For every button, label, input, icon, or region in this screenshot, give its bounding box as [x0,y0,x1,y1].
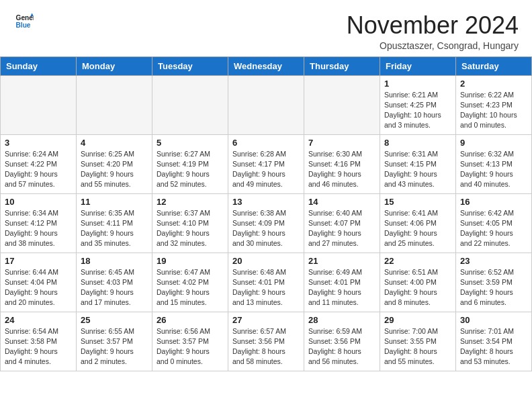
calendar-day-cell: 27Sunrise: 6:57 AM Sunset: 3:56 PM Dayli… [228,312,304,371]
calendar-day-cell: 24Sunrise: 6:54 AM Sunset: 3:58 PM Dayli… [1,312,77,371]
calendar-day-cell: 28Sunrise: 6:59 AM Sunset: 3:56 PM Dayli… [304,312,380,371]
day-number: 15 [384,197,451,207]
calendar-day-cell: 11Sunrise: 6:35 AM Sunset: 4:11 PM Dayli… [77,193,152,253]
day-number: 20 [232,256,300,266]
day-number: 27 [232,315,300,325]
calendar-day-cell: 25Sunrise: 6:55 AM Sunset: 3:57 PM Dayli… [77,312,152,371]
day-of-week-header: Monday [77,56,152,75]
day-number: 6 [232,138,300,148]
calendar-day-cell [228,75,304,134]
calendar-day-cell: 17Sunrise: 6:44 AM Sunset: 4:04 PM Dayli… [1,253,77,312]
day-number: 5 [157,138,224,148]
day-number: 4 [81,138,148,148]
day-number: 12 [157,197,224,207]
day-of-week-header: Wednesday [228,56,304,75]
day-detail: Sunrise: 6:49 AM Sunset: 4:01 PM Dayligh… [308,267,375,308]
day-of-week-header: Sunday [1,56,77,75]
day-number: 25 [81,315,148,325]
calendar-day-cell: 4Sunrise: 6:25 AM Sunset: 4:20 PM Daylig… [77,134,152,193]
day-number: 9 [460,138,527,148]
day-number: 1 [384,79,451,89]
day-detail: Sunrise: 6:42 AM Sunset: 4:05 PM Dayligh… [460,208,527,249]
day-detail: Sunrise: 7:00 AM Sunset: 3:55 PM Dayligh… [384,326,451,367]
day-detail: Sunrise: 6:32 AM Sunset: 4:13 PM Dayligh… [460,149,527,190]
day-detail: Sunrise: 6:28 AM Sunset: 4:17 PM Dayligh… [232,149,300,190]
logo: General Blue [13,12,34,34]
location: Opusztaszer, Csongrad, Hungary [347,40,519,51]
calendar-day-cell: 26Sunrise: 6:56 AM Sunset: 3:57 PM Dayli… [152,312,228,371]
day-detail: Sunrise: 6:21 AM Sunset: 4:25 PM Dayligh… [384,90,451,131]
day-detail: Sunrise: 6:41 AM Sunset: 4:06 PM Dayligh… [384,208,451,249]
day-number: 2 [460,79,527,89]
calendar-day-cell: 8Sunrise: 6:31 AM Sunset: 4:15 PM Daylig… [380,134,456,193]
day-detail: Sunrise: 6:59 AM Sunset: 3:56 PM Dayligh… [308,326,375,367]
day-of-week-header: Friday [380,56,456,75]
calendar-week-row: 17Sunrise: 6:44 AM Sunset: 4:04 PM Dayli… [1,253,532,312]
day-number: 28 [308,315,375,325]
day-detail: Sunrise: 6:31 AM Sunset: 4:15 PM Dayligh… [384,149,451,190]
day-number: 30 [460,315,527,325]
calendar-day-cell: 1Sunrise: 6:21 AM Sunset: 4:25 PM Daylig… [380,75,456,134]
calendar-day-cell: 29Sunrise: 7:00 AM Sunset: 3:55 PM Dayli… [380,312,456,371]
day-number: 22 [384,256,451,266]
calendar-day-cell [1,75,77,134]
day-detail: Sunrise: 6:47 AM Sunset: 4:02 PM Dayligh… [157,267,224,308]
svg-text:Blue: Blue [16,21,31,29]
calendar-day-cell: 15Sunrise: 6:41 AM Sunset: 4:06 PM Dayli… [380,193,456,253]
month-title: November 2024 [347,12,519,39]
day-detail: Sunrise: 6:54 AM Sunset: 3:58 PM Dayligh… [5,326,72,367]
calendar-week-row: 10Sunrise: 6:34 AM Sunset: 4:12 PM Dayli… [1,193,532,253]
day-number: 13 [232,197,300,207]
calendar-day-cell: 9Sunrise: 6:32 AM Sunset: 4:13 PM Daylig… [456,134,532,193]
day-number: 14 [308,197,375,207]
day-number: 3 [5,138,72,148]
calendar-header: General Blue November 2024 Opusztaszer, … [0,0,532,56]
day-detail: Sunrise: 6:52 AM Sunset: 3:59 PM Dayligh… [460,267,527,308]
day-detail: Sunrise: 6:48 AM Sunset: 4:01 PM Dayligh… [232,267,300,308]
calendar-day-cell: 22Sunrise: 6:51 AM Sunset: 4:00 PM Dayli… [380,253,456,312]
calendar-week-row: 24Sunrise: 6:54 AM Sunset: 3:58 PM Dayli… [1,312,532,371]
calendar-day-cell: 10Sunrise: 6:34 AM Sunset: 4:12 PM Dayli… [1,193,77,253]
day-number: 8 [384,138,451,148]
calendar-day-cell: 6Sunrise: 6:28 AM Sunset: 4:17 PM Daylig… [228,134,304,193]
day-detail: Sunrise: 6:57 AM Sunset: 3:56 PM Dayligh… [232,326,300,367]
day-number: 23 [460,256,527,266]
day-detail: Sunrise: 7:01 AM Sunset: 3:54 PM Dayligh… [460,326,527,367]
calendar-day-cell: 14Sunrise: 6:40 AM Sunset: 4:07 PM Dayli… [304,193,380,253]
calendar-day-cell: 5Sunrise: 6:27 AM Sunset: 4:19 PM Daylig… [152,134,228,193]
calendar-week-row: 1Sunrise: 6:21 AM Sunset: 4:25 PM Daylig… [1,75,532,134]
day-number: 21 [308,256,375,266]
day-number: 18 [81,256,148,266]
calendar-header-row: SundayMondayTuesdayWednesdayThursdayFrid… [1,56,532,75]
day-of-week-header: Thursday [304,56,380,75]
day-detail: Sunrise: 6:35 AM Sunset: 4:11 PM Dayligh… [81,208,148,249]
calendar-week-row: 3Sunrise: 6:24 AM Sunset: 4:22 PM Daylig… [1,134,532,193]
day-number: 16 [460,197,527,207]
calendar-day-cell [304,75,380,134]
calendar-day-cell: 13Sunrise: 6:38 AM Sunset: 4:09 PM Dayli… [228,193,304,253]
calendar-day-cell: 23Sunrise: 6:52 AM Sunset: 3:59 PM Dayli… [456,253,532,312]
calendar-day-cell: 3Sunrise: 6:24 AM Sunset: 4:22 PM Daylig… [1,134,77,193]
calendar-day-cell: 30Sunrise: 7:01 AM Sunset: 3:54 PM Dayli… [456,312,532,371]
title-block: November 2024 Opusztaszer, Csongrad, Hun… [347,12,519,51]
day-number: 19 [157,256,224,266]
calendar-body: 1Sunrise: 6:21 AM Sunset: 4:25 PM Daylig… [1,75,532,371]
calendar-day-cell: 19Sunrise: 6:47 AM Sunset: 4:02 PM Dayli… [152,253,228,312]
day-detail: Sunrise: 6:55 AM Sunset: 3:57 PM Dayligh… [81,326,148,367]
day-detail: Sunrise: 6:40 AM Sunset: 4:07 PM Dayligh… [308,208,375,249]
calendar-day-cell: 16Sunrise: 6:42 AM Sunset: 4:05 PM Dayli… [456,193,532,253]
calendar-table: SundayMondayTuesdayWednesdayThursdayFrid… [0,56,532,371]
day-detail: Sunrise: 6:51 AM Sunset: 4:00 PM Dayligh… [384,267,451,308]
day-of-week-header: Saturday [456,56,532,75]
logo-icon: General Blue [15,12,34,31]
day-number: 10 [5,197,72,207]
day-detail: Sunrise: 6:37 AM Sunset: 4:10 PM Dayligh… [157,208,224,249]
day-detail: Sunrise: 6:34 AM Sunset: 4:12 PM Dayligh… [5,208,72,249]
day-detail: Sunrise: 6:38 AM Sunset: 4:09 PM Dayligh… [232,208,300,249]
day-number: 17 [5,256,72,266]
day-detail: Sunrise: 6:27 AM Sunset: 4:19 PM Dayligh… [157,149,224,190]
day-detail: Sunrise: 6:30 AM Sunset: 4:16 PM Dayligh… [308,149,375,190]
day-number: 24 [5,315,72,325]
calendar-day-cell: 18Sunrise: 6:45 AM Sunset: 4:03 PM Dayli… [77,253,152,312]
day-detail: Sunrise: 6:25 AM Sunset: 4:20 PM Dayligh… [81,149,148,190]
